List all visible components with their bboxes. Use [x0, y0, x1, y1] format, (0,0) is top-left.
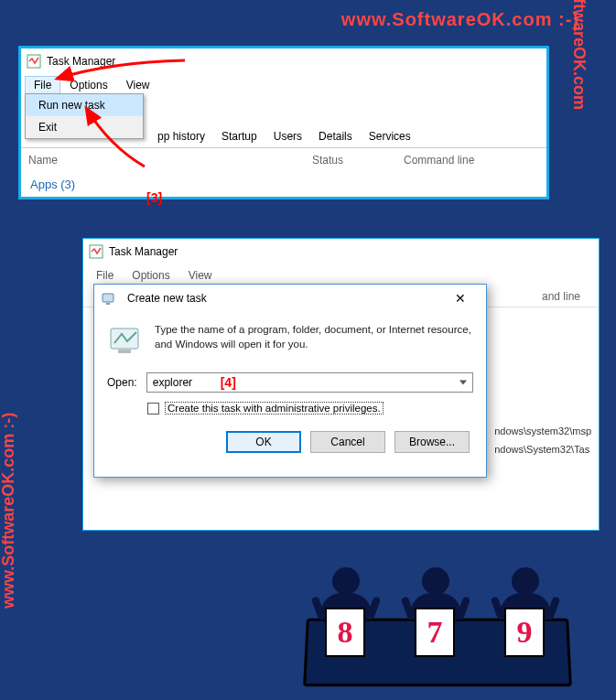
svg-rect-2 [103, 294, 113, 302]
open-label: Open: [107, 376, 137, 389]
cancel-button[interactable]: Cancel [310, 431, 385, 453]
svg-rect-3 [106, 303, 110, 305]
col-status[interactable]: Status [312, 154, 404, 167]
col-cmdline-partial: and line [542, 290, 580, 303]
dialog-description: Type the name of a program, folder, docu… [155, 323, 473, 351]
arrow-3 [73, 101, 165, 174]
dialog-titlebar[interactable]: Create new task ✕ [94, 285, 486, 312]
open-value: explorer [153, 376, 192, 389]
tab-services[interactable]: Services [361, 125, 419, 147]
annotation-3: [3] [146, 190, 162, 205]
dialog-title: Create new task [127, 292, 207, 305]
task-manager-icon [27, 54, 41, 69]
annotation-4: [4] [221, 375, 236, 390]
score-card-2: 7 [415, 608, 455, 657]
watermark-right: www.SoftwareOK.com [569, 0, 589, 110]
admin-checkbox[interactable] [147, 403, 159, 415]
menu-file[interactable]: File [87, 266, 123, 285]
watermark-left: www.SoftwareOK.com :-) [0, 413, 18, 608]
window-title: Task Manager [109, 245, 178, 258]
arrow-2 [46, 55, 192, 92]
col-name[interactable]: Name [28, 154, 312, 167]
tab-startup[interactable]: Startup [213, 125, 265, 147]
score-card-1: 8 [325, 608, 365, 657]
tab-users[interactable]: Users [265, 125, 310, 147]
tab-details[interactable]: Details [310, 125, 361, 147]
svg-rect-5 [118, 350, 131, 353]
titlebar[interactable]: Task Manager [83, 239, 599, 264]
path-2: ndows\System32\Tas [494, 440, 591, 458]
col-cmdline[interactable]: Command line [404, 154, 474, 167]
watermark-top: www.SoftwareOK.com :-) [341, 9, 579, 30]
close-button[interactable]: ✕ [442, 287, 479, 309]
background-paths: ndows\system32\msp ndows\System32\Tas [494, 422, 591, 458]
create-new-task-dialog: Create new task ✕ Type the name of a pro… [93, 284, 487, 478]
ok-button[interactable]: OK [226, 431, 301, 453]
run-dialog-icon [102, 291, 116, 306]
path-1: ndows\system32\msp [494, 422, 591, 440]
run-program-icon [107, 323, 144, 360]
score-card-3: 9 [504, 608, 545, 657]
admin-label: Create this task with administrative pri… [165, 402, 384, 415]
task-manager-icon [89, 244, 103, 259]
close-icon: ✕ [455, 291, 466, 306]
menu-view[interactable]: View [179, 266, 222, 285]
open-combobox[interactable]: explorer [4] [146, 372, 473, 393]
judges-illustration: 8 7 9 [305, 522, 570, 686]
apps-group[interactable]: Apps (3) [21, 172, 546, 197]
menu-options[interactable]: Options [123, 266, 178, 285]
browse-button[interactable]: Browse... [394, 431, 470, 453]
